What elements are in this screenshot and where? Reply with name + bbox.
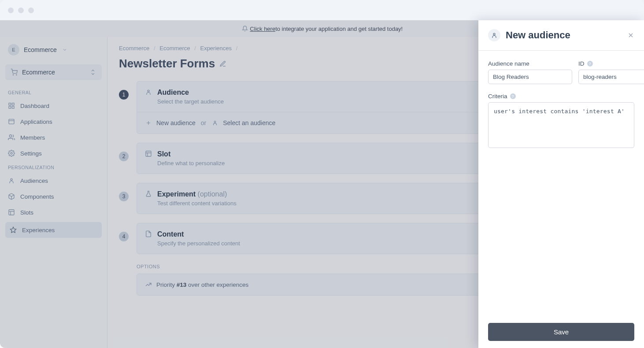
criteria-field[interactable]	[488, 102, 634, 148]
info-icon[interactable]: ?	[587, 61, 593, 67]
save-button[interactable]: Save	[488, 323, 634, 341]
audience-name-field[interactable]	[488, 70, 572, 84]
criteria-label: Criteria ?	[488, 93, 634, 100]
new-audience-drawer: New audience Audience name ID ?	[478, 20, 644, 348]
window-dot	[18, 7, 24, 13]
drawer-title: New audience	[506, 30, 570, 41]
audience-name-label: Audience name	[488, 60, 572, 67]
criteria-label-text: Criteria	[488, 93, 507, 100]
audience-id-label-text: ID	[578, 60, 585, 67]
audience-id-label: ID ?	[578, 60, 644, 67]
close-icon[interactable]	[627, 32, 634, 39]
info-icon[interactable]: ?	[510, 93, 516, 99]
app-frame: Click here to integrate your application…	[0, 20, 644, 348]
window-dot	[8, 7, 14, 13]
audience-icon	[488, 29, 500, 41]
browser-titlebar	[0, 0, 644, 20]
audience-id-field[interactable]	[578, 70, 644, 84]
modal-overlay[interactable]	[0, 20, 478, 348]
window-dot	[28, 7, 34, 13]
svg-point-23	[493, 33, 495, 35]
